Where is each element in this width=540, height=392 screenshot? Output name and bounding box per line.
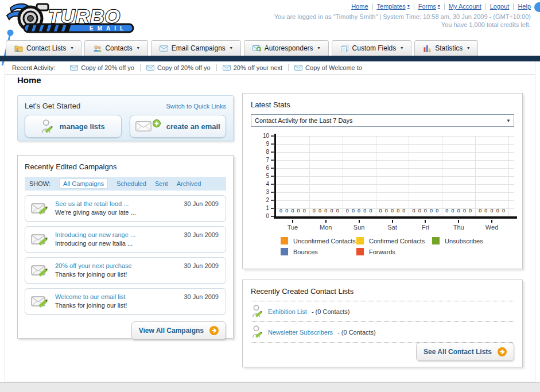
xtick (458, 220, 459, 223)
ylabel: 1 (255, 205, 269, 211)
xtick (425, 220, 426, 223)
ytick (271, 143, 274, 145)
page-footer (0, 382, 540, 392)
xtick (325, 220, 327, 223)
show-label: SHOW: (29, 180, 50, 187)
turbo-email-logo: EMAIL TURBO (3, 1, 154, 37)
ylabel: 7 (255, 157, 269, 163)
recent-activity-link[interactable]: Copy of 20% off yo (157, 64, 211, 71)
campaign-item[interactable]: See us at the retail food ... We're givi… (25, 195, 226, 222)
header-link-help[interactable]: Help (518, 3, 531, 10)
nav-divider-bar (0, 56, 540, 61)
recent-activity-item[interactable]: Copy of Welcome to (288, 64, 368, 71)
select-arrow-icon: ▼ (506, 118, 511, 123)
header-link-templates[interactable]: Templates▾ (377, 3, 410, 10)
zero: 0 (397, 208, 399, 214)
campaign-item[interactable]: Introducing our new range ... Introducin… (25, 226, 226, 253)
recent-activity-link[interactable]: Copy of 20% off yo (81, 64, 134, 71)
header-link-home[interactable]: Home (351, 3, 368, 10)
legend-swatch (432, 237, 440, 244)
recent-activity-item[interactable]: Copy of 20% off yo (140, 64, 216, 71)
recent-activity-link[interactable]: Copy of Welcome to (305, 64, 362, 71)
contact-list-link[interactable]: Newsletter Subscribers (268, 329, 333, 336)
ytick (271, 192, 274, 193)
filter-all-campaigns[interactable]: All Campaigns (59, 178, 108, 189)
tab-label: Autoresponders (265, 44, 313, 52)
zero: 0 (496, 208, 499, 214)
contact-list-link[interactable]: Exhibition List (268, 308, 307, 315)
create-email-button[interactable]: create an email (130, 115, 227, 138)
tab-custom-fields[interactable]: Custom Fields ▾ (332, 40, 412, 56)
axis-y (274, 134, 276, 219)
tab-statistics[interactable]: Statistics ▾ (414, 40, 478, 56)
zero: 0 (430, 208, 433, 214)
campaign-edit-icon (31, 263, 49, 278)
header-link-logout[interactable]: Logout (490, 3, 510, 10)
xtick (392, 220, 393, 223)
see-all-contact-lists-button[interactable]: See All Contact Lists (416, 343, 514, 361)
recent-activity-link[interactable]: 20% off your next (234, 64, 282, 71)
recent-activity-item[interactable]: Copy of 20% off yo (64, 64, 140, 71)
filter-archived[interactable]: Archived (177, 180, 201, 187)
separator (414, 3, 414, 10)
ytick (271, 135, 274, 137)
get-started-buttons: manage lists create an email (25, 115, 226, 138)
switch-to-quick-links[interactable]: Switch to Quick Links (166, 103, 226, 110)
grid-v (343, 136, 343, 216)
grid-h (276, 136, 514, 137)
header-link-forms[interactable]: Forms▾ (418, 3, 440, 10)
ytick (271, 168, 274, 169)
campaign-date: 30 Jun 2009 (184, 200, 219, 207)
view-all-campaigns-button[interactable]: View All Campaigns (131, 321, 226, 340)
zero: 0 (330, 208, 333, 214)
contact-lists: Exhibition List - (0 Contacts) Newslette… (251, 301, 514, 343)
campaign-item[interactable]: Welcome to our email list Thanks for joi… (25, 288, 226, 315)
legend-swatch (356, 237, 364, 244)
legend-label: Unconfirmed Contacts (293, 238, 356, 244)
envelope-icon (146, 65, 154, 71)
grid-h (276, 184, 514, 185)
statistics-icon (423, 45, 432, 52)
grid-h (276, 200, 514, 201)
campaign-title-link[interactable]: See us at the retail food ... (55, 200, 136, 208)
campaign-title-link[interactable]: 20% off your next purchase (55, 262, 132, 270)
custom-fields-icon (340, 45, 349, 52)
ylabel: 3 (255, 189, 269, 195)
envelope-icon (223, 65, 231, 71)
legend-label: Unsubscribes (445, 238, 483, 244)
tab-autoresponders[interactable]: Autoresponders ▾ (244, 40, 329, 56)
tab-label: Statistics (435, 44, 463, 52)
campaign-title-link[interactable]: Welcome to our email list (55, 293, 127, 301)
xlabel: Sat (376, 224, 409, 231)
xlabel: Fri (409, 224, 442, 231)
grid-v (309, 136, 310, 216)
ytick (271, 208, 274, 209)
header-link-my-account[interactable]: My Account (449, 3, 481, 10)
tab-contacts[interactable]: Contacts ▾ (84, 40, 147, 56)
tab-email-campaigns[interactable]: Email Campaigns ▾ (151, 40, 241, 56)
contact-list-item[interactable]: Newsletter Subscribers - (0 Contacts) (251, 322, 514, 343)
chevron-down-icon: ▾ (318, 46, 320, 51)
chevron-down-icon: ▾ (137, 46, 139, 51)
contact-list-item[interactable]: Exhibition List - (0 Contacts) (251, 301, 514, 322)
campaign-edit-icon (31, 294, 49, 309)
campaign-title-link[interactable]: Introducing our new range ... (55, 231, 135, 239)
stats-period-select[interactable]: Contact Activity for the Last 7 Days ▼ (251, 114, 514, 127)
tab-contact-lists[interactable]: Contact Lists ▾ (6, 40, 81, 56)
legend-label: Bounces (293, 249, 318, 255)
chevron-down-icon: ▾ (467, 46, 469, 51)
recent-activity-item[interactable]: 20% off your next (216, 64, 288, 71)
manage-lists-button[interactable]: manage lists (25, 115, 122, 138)
filter-sent[interactable]: Sent (155, 180, 168, 187)
login-line: You are logged in as "Timothy Smith" | S… (274, 13, 531, 21)
campaign-item[interactable]: 20% off your next purchase Thanks for jo… (25, 257, 226, 284)
campaigns-title: Recently Edited Campaigns (25, 162, 226, 171)
filter-scheduled[interactable]: Scheduled (116, 180, 146, 187)
zero: 0 (491, 208, 494, 214)
contact-lists-icon (14, 45, 23, 52)
contact-list-edit-icon (252, 304, 263, 319)
button-label: create an email (166, 122, 220, 131)
xtick (491, 220, 492, 223)
xlabel: Tue (276, 224, 309, 231)
ytick (271, 160, 274, 161)
